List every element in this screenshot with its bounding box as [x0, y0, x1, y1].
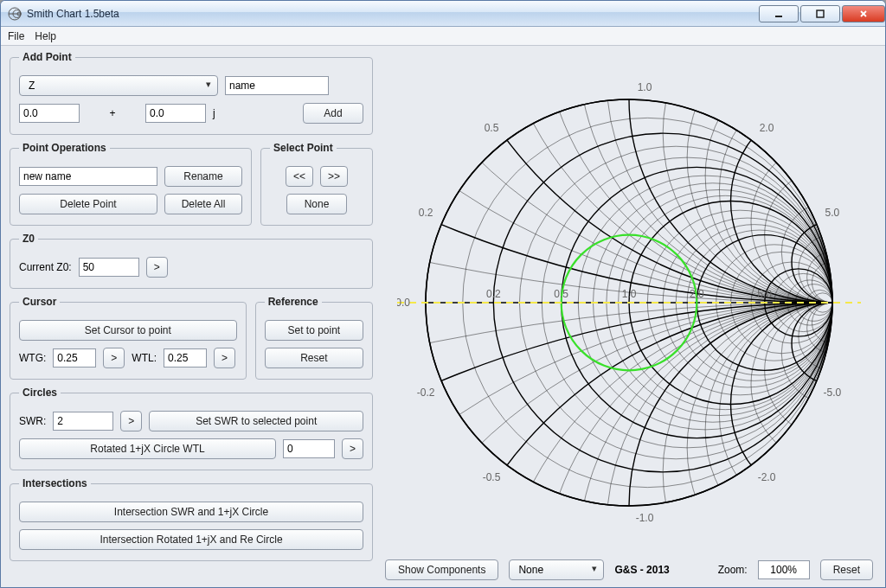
- rename-input[interactable]: [19, 167, 157, 186]
- chart-bottombar: Show Components None G&S - 2013 Zoom: Re…: [382, 559, 876, 580]
- svg-point-44: [687, 71, 861, 303]
- app-window: Smith Chart 1.5beta File Help Add Point …: [0, 0, 886, 588]
- show-components-button[interactable]: Show Components: [385, 559, 498, 580]
- content-area: Add Point Z + j Add: [1, 46, 885, 587]
- svg-text:-2.0: -2.0: [758, 471, 776, 483]
- z0-input[interactable]: [79, 258, 139, 277]
- cursor-group: Cursor Set Cursor to point WTG: > WTL: >: [10, 296, 247, 380]
- circles-group: Circles SWR: > Set SWR to selected point…: [10, 387, 373, 470]
- svg-point-43: [687, 303, 861, 534]
- minimize-button[interactable]: [759, 5, 799, 22]
- add-button[interactable]: Add: [303, 103, 363, 124]
- ref-set-button[interactable]: Set to point: [265, 320, 363, 341]
- imag-part-input[interactable]: [145, 104, 206, 123]
- swr-apply-button[interactable]: >: [120, 411, 142, 431]
- intersections-group: Intersections Intersection SWR and 1+jX …: [10, 477, 373, 561]
- select-point-legend: Select Point: [270, 142, 337, 154]
- svg-text:0.5: 0.5: [554, 288, 568, 300]
- svg-text:2.0: 2.0: [690, 288, 704, 300]
- svg-text:5.0: 5.0: [757, 288, 772, 300]
- wtg-label: WTG:: [19, 352, 46, 364]
- rotated-circle-button[interactable]: Rotated 1+jX Circle WTL: [19, 438, 276, 459]
- wtl-input[interactable]: [164, 348, 207, 368]
- plus-label: +: [87, 107, 138, 119]
- close-button[interactable]: [842, 5, 885, 22]
- add-point-legend: Add Point: [19, 51, 75, 63]
- prev-point-button[interactable]: <<: [286, 166, 313, 187]
- delete-all-button[interactable]: Delete All: [164, 194, 242, 214]
- zoom-input[interactable]: [758, 560, 810, 579]
- intersection-rot-button[interactable]: Intersection Rotated 1+jX and Re Circle: [19, 529, 363, 550]
- wtl-label: WTL:: [132, 352, 157, 364]
- z0-legend: Z0: [19, 233, 38, 245]
- delete-point-button[interactable]: Delete Point: [19, 194, 157, 214]
- menu-file[interactable]: File: [8, 30, 24, 42]
- svg-text:-0.2: -0.2: [417, 387, 435, 399]
- app-icon: [8, 7, 22, 21]
- z0-label: Current Z0:: [19, 261, 72, 273]
- zoom-label: Zoom:: [718, 564, 748, 576]
- svg-rect-5: [817, 10, 824, 17]
- intersections-legend: Intersections: [19, 477, 91, 489]
- rename-button[interactable]: Rename: [164, 166, 242, 187]
- svg-point-41: [663, 303, 861, 534]
- svg-text:-5.0: -5.0: [824, 387, 842, 399]
- select-point-group: Select Point << >> None: [260, 142, 373, 226]
- swr-set-selected-button[interactable]: Set SWR to selected point: [149, 411, 363, 431]
- reference-legend: Reference: [265, 296, 322, 308]
- rotated-apply-button[interactable]: >: [342, 438, 363, 459]
- next-point-button[interactable]: >>: [320, 166, 348, 187]
- ref-reset-button[interactable]: Reset: [265, 348, 363, 368]
- window-title: Smith Chart 1.5beta: [27, 8, 757, 20]
- rotated-input[interactable]: [283, 439, 335, 458]
- point-operations-group: Point Operations Rename Delete Point Del…: [10, 142, 252, 226]
- svg-point-76: [731, 303, 862, 506]
- svg-point-47: [719, 303, 861, 528]
- circles-legend: Circles: [19, 387, 61, 399]
- svg-text:2.0: 2.0: [760, 122, 774, 134]
- none-point-button[interactable]: None: [286, 194, 347, 214]
- svg-point-48: [719, 77, 861, 303]
- maximize-button[interactable]: [800, 5, 840, 22]
- credit-label: G&S - 2013: [614, 564, 669, 576]
- window-buttons: [757, 5, 885, 22]
- cursor-legend: Cursor: [19, 296, 60, 308]
- z0-apply-button[interactable]: >: [146, 257, 168, 278]
- z0-group: Z0 Current Z0: >: [10, 233, 373, 289]
- left-panel: Add Point Z + j Add: [10, 51, 373, 580]
- svg-text:-1.0: -1.0: [636, 512, 654, 524]
- svg-text:0.0: 0.0: [397, 297, 410, 309]
- svg-text:0.5: 0.5: [485, 122, 499, 134]
- component-select[interactable]: None: [509, 559, 604, 580]
- svg-text:1.0: 1.0: [638, 81, 652, 93]
- swr-label: SWR:: [19, 415, 46, 427]
- wtg-input[interactable]: [53, 348, 96, 368]
- impedance-type-select[interactable]: Z: [19, 75, 218, 96]
- menubar: File Help: [1, 27, 885, 46]
- reference-group: Reference Set to point Reset: [255, 296, 373, 380]
- titlebar: Smith Chart 1.5beta: [1, 1, 885, 27]
- set-cursor-button[interactable]: Set Cursor to point: [19, 320, 237, 341]
- right-panel: 0.2-0.20.5-0.51.0-1.02.0-2.05.0-5.00.00.…: [382, 51, 876, 580]
- real-part-input[interactable]: [19, 104, 80, 123]
- svg-point-46: [705, 71, 861, 303]
- point-ops-legend: Point Operations: [19, 142, 110, 154]
- point-name-input[interactable]: [225, 76, 329, 95]
- zoom-reset-button[interactable]: Reset: [820, 559, 873, 580]
- j-label: j: [213, 107, 247, 119]
- svg-point-42: [663, 71, 861, 303]
- wtg-apply-button[interactable]: >: [103, 348, 125, 368]
- intersection-swr-button[interactable]: Intersection SWR and 1+jX Circle: [19, 502, 363, 522]
- swr-input[interactable]: [53, 412, 113, 431]
- svg-point-45: [705, 303, 861, 534]
- svg-text:1.0: 1.0: [622, 288, 637, 300]
- svg-text:-0.5: -0.5: [483, 471, 501, 483]
- svg-text:0.2: 0.2: [419, 207, 433, 219]
- wtl-apply-button[interactable]: >: [214, 348, 235, 368]
- smith-chart: 0.2-0.20.5-0.51.0-1.02.0-2.05.0-5.00.00.…: [382, 51, 876, 554]
- add-point-group: Add Point Z + j Add: [10, 51, 373, 135]
- svg-text:0.2: 0.2: [486, 288, 501, 300]
- svg-point-71: [731, 99, 862, 303]
- svg-text:5.0: 5.0: [825, 207, 840, 219]
- menu-help[interactable]: Help: [35, 30, 56, 42]
